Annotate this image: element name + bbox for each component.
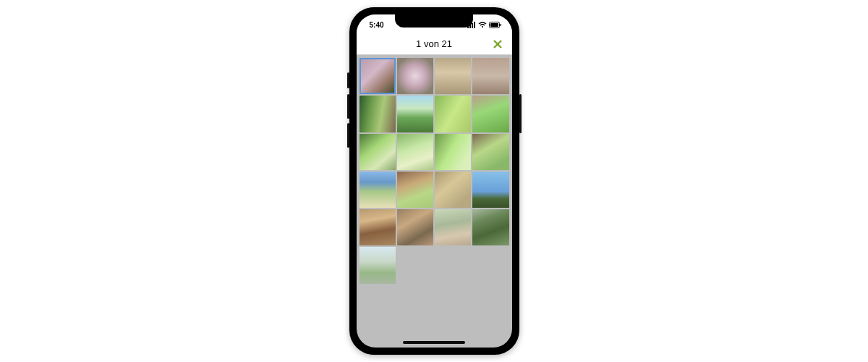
home-indicator[interactable]: [403, 341, 465, 344]
thumbnail-photo-17[interactable]: [359, 209, 396, 245]
thumbnail-photo-13[interactable]: [359, 172, 396, 208]
thumbnail-photo-3[interactable]: [435, 58, 471, 94]
mute-switch: [347, 72, 349, 88]
thumbnail-photo-19[interactable]: [435, 209, 471, 245]
svg-rect-6: [490, 23, 498, 27]
svg-point-4: [481, 25, 482, 27]
thumbnail-photo-10[interactable]: [397, 134, 433, 170]
thumbnail-photo-14[interactable]: [397, 172, 433, 208]
nav-bar: 1 von 21: [357, 33, 512, 55]
thumbnail-empty: [397, 247, 433, 283]
screen: 5:40 1 von 21: [357, 14, 512, 348]
thumbnail-photo-6[interactable]: [397, 96, 433, 132]
thumbnail-photo-2[interactable]: [397, 58, 433, 94]
thumbnail-photo-7[interactable]: [435, 96, 471, 132]
thumbnail-photo-15[interactable]: [435, 172, 471, 208]
thumbnail-photo-16[interactable]: [472, 172, 509, 208]
thumbnail-photo-8[interactable]: [472, 96, 509, 132]
gallery-content: [357, 55, 512, 348]
thumbnail-photo-18[interactable]: [397, 209, 433, 245]
thumbnail-photo-9[interactable]: [359, 134, 396, 170]
battery-icon: [489, 22, 502, 28]
phone-frame: 5:40 1 von 21: [349, 7, 519, 355]
thumbnail-photo-5[interactable]: [359, 96, 396, 132]
close-button[interactable]: [490, 37, 505, 51]
thumbnail-photo-20[interactable]: [472, 209, 509, 245]
thumbnail-photo-12[interactable]: [472, 134, 509, 170]
svg-rect-3: [474, 22, 475, 28]
volume-up-button: [347, 94, 349, 119]
status-time: 5:40: [370, 21, 384, 29]
notch: [395, 14, 473, 28]
close-icon: [493, 39, 503, 49]
wifi-icon: [478, 22, 487, 28]
thumbnail-empty: [472, 247, 509, 283]
thumbnail-photo-11[interactable]: [435, 134, 471, 170]
volume-down-button: [347, 123, 349, 148]
thumbnail-grid: [359, 58, 509, 284]
thumbnail-photo-4[interactable]: [472, 58, 509, 94]
thumbnail-photo-1[interactable]: [359, 58, 396, 94]
thumbnail-photo-21[interactable]: [359, 247, 396, 283]
power-button: [519, 94, 522, 133]
svg-rect-7: [500, 24, 501, 26]
thumbnail-empty: [435, 247, 471, 283]
page-title: 1 von 21: [416, 38, 452, 49]
